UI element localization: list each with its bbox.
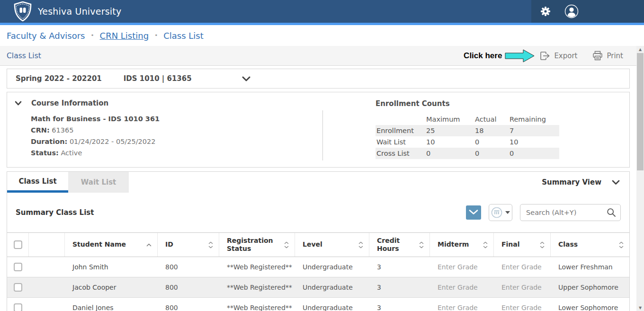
duration-line: Duration: 01/24/2022 - 05/25/2022 bbox=[31, 136, 322, 147]
enrollment-counts-title: Enrollment Counts bbox=[376, 99, 450, 108]
brand-title: Yeshiva University bbox=[38, 6, 121, 17]
course-title: Math for Business - IDS 1010 361 bbox=[31, 113, 322, 124]
breadcrumb-class-list[interactable]: Class List bbox=[163, 31, 204, 41]
sort-both-icon bbox=[419, 241, 424, 249]
column-header-level[interactable]: Level bbox=[295, 233, 369, 257]
click-here-annotation: Click here bbox=[464, 51, 502, 61]
email-button[interactable] bbox=[466, 205, 481, 220]
course-information-section: Course Information Math for Business - I… bbox=[7, 92, 322, 167]
row-checkbox[interactable] bbox=[14, 263, 22, 271]
page-header: Class List Click here Export bbox=[0, 46, 644, 66]
class-list-panel: Class List Wait List Summary View Summar… bbox=[7, 171, 630, 311]
table-toolbar: Summary Class List bbox=[7, 193, 629, 232]
export-label: Export bbox=[554, 52, 577, 60]
summary-view-label: Summary View bbox=[542, 178, 601, 187]
gear-icon bbox=[540, 6, 551, 17]
enroll-col-maximum: Maximum bbox=[425, 116, 474, 123]
midterm-grade-entry[interactable]: Enter Grade bbox=[430, 304, 494, 311]
column-header-final[interactable]: Final bbox=[494, 233, 551, 257]
search-input[interactable] bbox=[520, 204, 621, 221]
wait-list-row: Wait List 10 0 10 bbox=[376, 136, 559, 148]
student-row: Daniel Jones 800 **Web Registered** Unde… bbox=[7, 298, 629, 311]
breadcrumb-separator: • bbox=[154, 32, 158, 39]
gradebook-dropdown-button[interactable] bbox=[489, 204, 512, 221]
collapse-chevron-icon[interactable] bbox=[15, 101, 22, 106]
crn-line: CRN: 61365 bbox=[31, 124, 322, 136]
user-icon bbox=[564, 4, 579, 18]
term-course-selector[interactable]: Spring 2022 - 202201 IDS 1010 | 61365 bbox=[7, 69, 630, 89]
column-header-credit-hours[interactable]: Credit Hours bbox=[369, 233, 430, 257]
sort-both-icon bbox=[358, 241, 363, 249]
breadcrumb-crn-listing[interactable]: CRN Listing bbox=[100, 31, 149, 41]
yeshiva-logo-icon bbox=[13, 1, 32, 21]
print-icon bbox=[592, 51, 603, 61]
search-icon[interactable] bbox=[607, 208, 616, 217]
tab-wait-list[interactable]: Wait List bbox=[68, 172, 129, 193]
sort-both-icon bbox=[483, 241, 488, 249]
summary-view-dropdown[interactable]: Summary View bbox=[542, 178, 629, 187]
midterm-grade-entry[interactable]: Enter Grade bbox=[430, 284, 494, 291]
sort-both-icon bbox=[208, 241, 213, 249]
course-information-panel: Course Information Math for Business - I… bbox=[7, 92, 630, 168]
enrollment-counts-table: Maximum Actual Remaining Enrollment 25 1… bbox=[376, 114, 559, 159]
sort-both-icon bbox=[540, 241, 545, 249]
course-value: IDS 1010 | 61365 bbox=[124, 74, 192, 83]
navbar-right-section bbox=[531, 0, 644, 23]
column-header-id[interactable]: ID bbox=[158, 233, 219, 257]
gradebook-columns-icon bbox=[491, 207, 502, 218]
column-header-class[interactable]: Class bbox=[551, 233, 629, 257]
print-button[interactable]: Print bbox=[592, 51, 623, 61]
enrollment-row: Enrollment 25 18 7 bbox=[376, 125, 559, 136]
enrollment-counts-section: Enrollment Counts Maximum Actual Remaini… bbox=[322, 92, 559, 167]
tab-bar: Class List Wait List Summary View bbox=[7, 172, 629, 193]
click-here-arrow-icon bbox=[505, 49, 535, 63]
chevron-down-icon bbox=[612, 180, 620, 185]
export-button[interactable]: Export bbox=[540, 51, 577, 61]
column-header-registration-status[interactable]: Registration Status bbox=[219, 233, 295, 257]
scroll-up-arrow-icon[interactable]: ▲ bbox=[636, 46, 644, 53]
term-value: Spring 2022 - 202201 bbox=[16, 74, 102, 83]
sort-both-icon bbox=[284, 241, 289, 249]
vertical-scrollbar[interactable]: ▲ ▼ bbox=[636, 46, 644, 311]
user-profile-button[interactable] bbox=[564, 4, 579, 18]
tab-class-list[interactable]: Class List bbox=[7, 172, 68, 193]
breadcrumb-faculty-advisors[interactable]: Faculty & Advisors bbox=[7, 31, 85, 41]
row-checkbox[interactable] bbox=[14, 283, 22, 292]
chevron-down-icon bbox=[242, 76, 250, 81]
enroll-col-actual: Actual bbox=[474, 116, 509, 123]
breadcrumb: Faculty & Advisors • CRN Listing • Class… bbox=[0, 25, 644, 46]
enroll-col-remaining: Remaining bbox=[509, 116, 559, 123]
section-divider bbox=[322, 110, 323, 160]
status-line: Status: Active bbox=[31, 147, 322, 159]
print-label: Print bbox=[607, 52, 623, 60]
course-information-title: Course Information bbox=[31, 99, 108, 107]
top-navbar: Yeshiva University bbox=[0, 0, 644, 23]
row-checkbox[interactable] bbox=[14, 303, 22, 311]
final-grade-entry[interactable]: Enter Grade bbox=[494, 284, 551, 291]
student-row: John Smith 800 **Web Registered** Underg… bbox=[7, 257, 629, 277]
midterm-grade-entry[interactable]: Enter Grade bbox=[430, 263, 494, 271]
column-header-midterm[interactable]: Midterm bbox=[430, 233, 494, 257]
column-header-student-name[interactable]: Student Name bbox=[65, 233, 158, 257]
breadcrumb-separator: • bbox=[90, 32, 94, 39]
header-actions: Click here Export bbox=[464, 49, 623, 63]
settings-gear-button[interactable] bbox=[540, 6, 551, 17]
sort-asc-icon bbox=[146, 243, 152, 247]
select-all-checkbox[interactable] bbox=[14, 240, 22, 249]
photo-column-header bbox=[29, 233, 65, 257]
sort-both-icon bbox=[619, 241, 624, 249]
summary-class-list-heading: Summary Class List bbox=[16, 208, 94, 217]
export-icon bbox=[540, 51, 550, 61]
final-grade-entry[interactable]: Enter Grade bbox=[494, 304, 551, 311]
scrollbar-thumb[interactable] bbox=[637, 53, 644, 170]
dropdown-caret-icon bbox=[505, 211, 510, 214]
email-icon bbox=[468, 209, 479, 216]
page-title: Class List bbox=[7, 52, 41, 60]
final-grade-entry[interactable]: Enter Grade bbox=[494, 263, 551, 271]
student-row: Jacob Cooper 800 **Web Registered** Unde… bbox=[7, 277, 629, 298]
search-box bbox=[520, 204, 621, 221]
table-header-row: Student Name ID Registration Status Leve… bbox=[7, 232, 629, 257]
cross-list-row: Cross List 0 0 0 bbox=[376, 148, 559, 159]
scroll-down-arrow-icon[interactable]: ▼ bbox=[636, 304, 644, 311]
